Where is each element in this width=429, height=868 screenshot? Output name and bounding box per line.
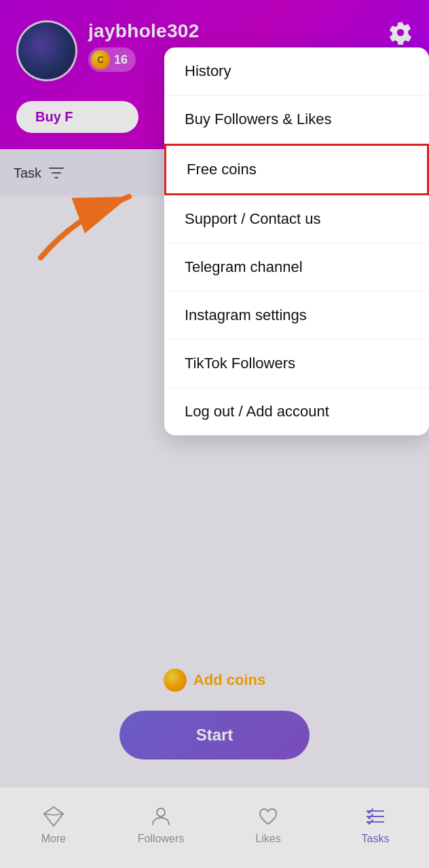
menu-item-instagram[interactable]: Instagram settings xyxy=(164,292,429,340)
menu-item-support[interactable]: Support / Contact us xyxy=(164,195,429,243)
menu-item-telegram[interactable]: Telegram channel xyxy=(164,243,429,292)
menu-item-buy-followers[interactable]: Buy Followers & Likes xyxy=(164,96,429,144)
menu-item-tiktok[interactable]: TikTok Followers xyxy=(164,340,429,388)
menu-item-history[interactable]: History xyxy=(164,47,429,96)
menu-item-free-coins[interactable]: Free coins xyxy=(164,144,429,195)
menu-item-logout[interactable]: Log out / Add account xyxy=(164,388,429,435)
dropdown-menu: History Buy Followers & Likes Free coins… xyxy=(164,47,429,435)
